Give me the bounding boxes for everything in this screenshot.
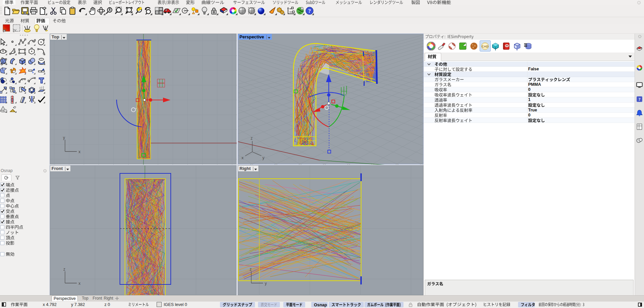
svg-text:z: z [250,267,252,272]
svg-text:y: y [63,135,65,140]
svg-text:?: ? [638,97,641,102]
svg-text:?: ? [308,8,311,14]
svg-text:x: x [78,149,80,154]
svg-text:z: z [63,267,65,272]
svg-text:x: x [242,156,244,160]
svg-text:y: y [262,156,264,160]
svg-text:x: x [78,281,80,286]
svg-text:z: z [251,136,253,141]
svg-text:CAD: CAD [482,45,488,48]
svg-text:y: y [265,281,267,286]
